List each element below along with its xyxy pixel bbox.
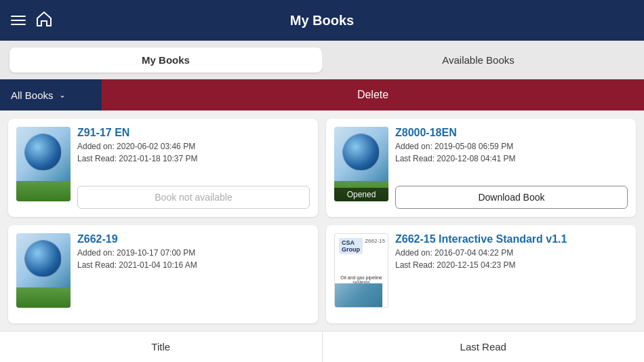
book-last-read-z8000-18en: Last Read: 2020-12-08 04:41 PM — [395, 154, 628, 163]
book-last-read-z91-17-en: Last Read: 2021-01-18 10:37 PM — [77, 154, 310, 163]
all-books-label: All Books — [11, 89, 54, 101]
book-thumbnail-z91-17-en — [16, 127, 71, 201]
book-added-z662-19: Added on: 2019-10-17 07:00 PM — [77, 248, 310, 258]
sort-by-last-read-button[interactable]: Last Read — [323, 331, 645, 362]
sort-by-title-button[interactable]: Title — [0, 331, 323, 362]
opened-badge: Opened — [334, 188, 388, 201]
book-last-read-z662-15: Last Read: 2020-12-15 04:23 PM — [395, 260, 628, 270]
book-thumbnail-z662-15: CSAGroup Z662-15 Oil and gas pipeline sy… — [334, 233, 388, 308]
book-info-z662-15: Z662-15 Interactive Standard v1.1 Added … — [395, 233, 628, 315]
book-title-z91-17-en: Z91-17 EN — [77, 127, 310, 139]
book-added-z91-17-en: Added on: 2020-06-02 03:46 PM — [77, 142, 310, 151]
books-grid: Z91-17 EN Added on: 2020-06-02 03:46 PM … — [0, 110, 644, 331]
tab-available-books[interactable]: Available Books — [322, 47, 635, 73]
sort-bar: Title Last Read — [0, 331, 644, 362]
home-button[interactable] — [35, 10, 53, 31]
tab-bar: My Books Available Books — [0, 41, 644, 79]
book-title-z662-15: Z662-15 Interactive Standard v1.1 — [395, 233, 628, 245]
book-thumbnail-z662-19 — [16, 233, 71, 308]
all-books-dropdown[interactable]: All Books ⌄ — [0, 79, 102, 110]
hamburger-menu-button[interactable] — [11, 16, 26, 25]
csa-logo: CSAGroup — [339, 238, 363, 254]
book-title-z8000-18en: Z8000-18EN — [395, 127, 628, 139]
book-card-z662-15: CSAGroup Z662-15 Oil and gas pipeline sy… — [326, 225, 636, 323]
book-added-z8000-18en: Added on: 2019-05-08 06:59 PM — [395, 142, 628, 151]
book-info-z91-17-en: Z91-17 EN Added on: 2020-06-02 03:46 PM … — [77, 127, 310, 209]
book-action-button-z91-17-en[interactable]: Book not available — [77, 186, 310, 209]
toolbar: All Books ⌄ Delete — [0, 79, 644, 110]
chevron-down-icon: ⌄ — [59, 90, 66, 100]
book-card-z8000-18en: Opened Z8000-18EN Added on: 2019-05-08 0… — [326, 119, 636, 217]
app-header: My Books — [0, 0, 644, 41]
page-title: My Books — [290, 13, 354, 28]
delete-button[interactable]: Delete — [102, 79, 644, 110]
tab-my-books[interactable]: My Books — [9, 47, 322, 73]
pipeline-image — [335, 283, 382, 307]
book-action-button-z8000-18en[interactable]: Download Book — [395, 186, 628, 209]
book-last-read-z662-19: Last Read: 2021-01-04 10:16 AM — [77, 260, 310, 270]
book-thumbnail-z8000-18en: Opened — [334, 127, 388, 201]
book-card-z662-19: Z662-19 Added on: 2019-10-17 07:00 PM La… — [8, 225, 318, 323]
book-card-z91-17-en: Z91-17 EN Added on: 2020-06-02 03:46 PM … — [8, 119, 318, 217]
book-info-z8000-18en: Z8000-18EN Added on: 2019-05-08 06:59 PM… — [395, 127, 628, 209]
book-added-z662-15: Added on: 2016-07-04 04:22 PM — [395, 248, 628, 258]
book-num: Z662-15 — [365, 238, 385, 244]
book-info-z662-19: Z662-19 Added on: 2019-10-17 07:00 PM La… — [77, 233, 310, 315]
book-title-z662-19: Z662-19 — [77, 233, 310, 245]
